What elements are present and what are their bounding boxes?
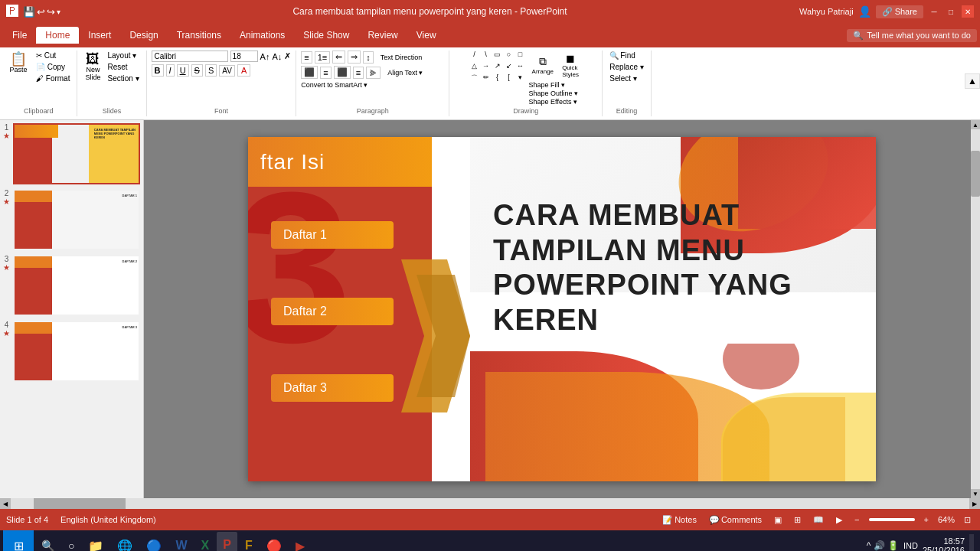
tab-animations[interactable]: Animations xyxy=(230,27,294,44)
slide-thumb-1[interactable]: 1 ★ CARA MEMBUAT TAMPILANMENU POWERPOINT… xyxy=(3,123,140,184)
scroll-down-button[interactable]: ▼ xyxy=(971,489,980,498)
close-button[interactable]: ✕ xyxy=(962,5,974,18)
tab-slideshow[interactable]: Slide Show xyxy=(294,27,358,44)
reading-view-button[interactable]: 📖 xyxy=(810,514,827,527)
shape-rect2-icon[interactable]: □ xyxy=(515,51,526,61)
fit-slide-button[interactable]: ⊡ xyxy=(961,514,974,527)
taskbar-explorer[interactable]: 📁 xyxy=(82,532,109,551)
shape-circle-icon[interactable]: ○ xyxy=(504,51,514,61)
new-slide-button[interactable]: 🖼 NewSlide xyxy=(82,51,103,83)
slide-canvas[interactable]: ftar Isi 3 Daftar 1 Daftar 2 Daftar 3 xyxy=(248,137,876,481)
find-button[interactable]: 🔍 Find xyxy=(607,51,637,60)
align-text-label[interactable]: Align Text ▾ xyxy=(387,69,423,77)
start-button[interactable]: ⊞ xyxy=(3,530,34,551)
shadow-button[interactable]: S xyxy=(205,64,217,77)
shape-effects-button[interactable]: Shape Effects ▾ xyxy=(529,98,583,106)
collapse-ribbon-button[interactable]: ▲ xyxy=(965,73,980,89)
taskbar-powerpoint[interactable]: P xyxy=(217,532,237,551)
bold-button[interactable]: B xyxy=(152,64,164,77)
decrease-indent-button[interactable]: ⇐ xyxy=(332,51,345,64)
select-button[interactable]: Select ▾ xyxy=(607,73,639,83)
minimize-button[interactable]: ─ xyxy=(928,5,940,18)
show-desktop-button[interactable] xyxy=(969,534,974,551)
shape-arrow2-icon[interactable]: ↗ xyxy=(492,62,503,73)
shape-more-icon[interactable]: ▾ xyxy=(515,73,526,84)
columns-button[interactable]: ⫸ xyxy=(366,67,381,79)
zoom-slider[interactable] xyxy=(869,518,915,521)
scroll-left-button[interactable]: ◀ xyxy=(0,498,11,509)
taskbar-filezilla[interactable]: F xyxy=(239,532,259,551)
daftar-btn-2[interactable]: Daftar 2 xyxy=(271,298,394,325)
replace-button[interactable]: Replace ▾ xyxy=(607,62,645,72)
tab-design[interactable]: Design xyxy=(120,27,167,44)
scroll-right-button[interactable]: ▶ xyxy=(969,498,980,509)
shape-outline-button[interactable]: Shape Outline ▾ xyxy=(529,90,583,97)
shape-freeform-icon[interactable]: ✏ xyxy=(481,73,492,84)
increase-font-button[interactable]: A↑ xyxy=(260,52,270,61)
taskbar-chrome[interactable]: 🌐 xyxy=(111,532,139,551)
layout-button[interactable]: Layout ▾ xyxy=(105,51,141,60)
underline-button[interactable]: U xyxy=(177,64,189,77)
shape-rect-icon[interactable]: ▭ xyxy=(492,51,503,61)
tab-view[interactable]: View xyxy=(407,27,446,44)
taskbar-app3[interactable]: ▶ xyxy=(289,532,311,551)
zoom-in-button[interactable]: + xyxy=(921,514,932,526)
taskbar-search[interactable]: 🔍 xyxy=(35,532,60,551)
shape-arrow-icon[interactable]: → xyxy=(481,62,492,73)
zoom-out-button[interactable]: − xyxy=(851,514,862,526)
line-spacing-button[interactable]: ↕ xyxy=(363,51,374,64)
horizontal-scrollbar[interactable]: ◀ ▶ xyxy=(0,498,980,509)
shape-arrow3-icon[interactable]: ↙ xyxy=(504,62,514,73)
strikethrough-button[interactable]: S xyxy=(191,64,203,77)
undo-icon[interactable]: ↩ xyxy=(37,6,45,18)
shape-line-icon[interactable]: / xyxy=(469,51,480,61)
redo-icon[interactable]: ↪ xyxy=(47,6,55,18)
clock[interactable]: 18:57 25/10/2016 xyxy=(923,536,965,551)
save-icon[interactable]: 💾 xyxy=(23,6,35,18)
align-center-button[interactable]: ≡ xyxy=(320,67,331,79)
font-color-button[interactable]: A xyxy=(237,64,250,77)
taskbar-cortana[interactable]: ○ xyxy=(62,532,80,551)
share-button[interactable]: 🔗 Share xyxy=(876,5,923,18)
shape-brace-icon[interactable]: { xyxy=(492,73,503,84)
slide-sorter-button[interactable]: ⊞ xyxy=(791,514,804,527)
h-scroll-thumb[interactable] xyxy=(34,498,126,509)
normal-view-button[interactable]: ▣ xyxy=(771,514,785,527)
char-spacing-button[interactable]: AV xyxy=(219,65,235,77)
increase-indent-button[interactable]: ⇒ xyxy=(348,51,361,64)
tab-home[interactable]: Home xyxy=(36,27,79,44)
slide-image-4[interactable]: DAFTAR 3 xyxy=(13,321,140,382)
justify-button[interactable]: ≡ xyxy=(353,67,364,79)
tab-review[interactable]: Review xyxy=(358,27,407,44)
numbering-button[interactable]: 1≡ xyxy=(315,51,331,64)
shape-bracket-icon[interactable]: [ xyxy=(504,73,514,84)
slide-image-3[interactable]: DAFTAR 2 xyxy=(13,255,140,316)
align-right-button[interactable]: ⬛ xyxy=(334,66,351,79)
taskbar-ie[interactable]: 🔵 xyxy=(140,532,168,551)
daftar-btn-1[interactable]: Daftar 1 xyxy=(271,221,394,249)
search-box[interactable]: 🔍 Tell me what you want to do xyxy=(847,29,977,42)
shape-line2-icon[interactable]: \ xyxy=(481,51,492,61)
tab-file[interactable]: File xyxy=(3,27,36,44)
quick-styles-button[interactable]: ◼ QuickStyles xyxy=(558,51,583,80)
tab-insert[interactable]: Insert xyxy=(79,27,120,44)
shape-fill-button[interactable]: Shape Fill ▾ xyxy=(529,81,583,89)
tab-transitions[interactable]: Transitions xyxy=(168,27,230,44)
align-left-button[interactable]: ⬛ xyxy=(301,66,318,79)
slide-thumb-3[interactable]: 3 ★ DAFTAR 2 xyxy=(3,255,140,316)
scroll-thumb[interactable] xyxy=(971,151,980,197)
font-size-input[interactable] xyxy=(230,51,258,62)
shape-tri-icon[interactable]: △ xyxy=(469,62,480,73)
slide-thumb-2[interactable]: 2 ★ DAFTAR 1 xyxy=(3,189,140,250)
notes-button[interactable]: 📝 Notes xyxy=(659,514,700,527)
clear-format-button[interactable]: ✗ xyxy=(284,51,291,61)
slide-thumb-4[interactable]: 4 ★ DAFTAR 3 xyxy=(3,321,140,382)
taskbar-word[interactable]: W xyxy=(169,532,193,551)
slideshow-button[interactable]: ▶ xyxy=(833,514,845,527)
scroll-up-button[interactable]: ▲ xyxy=(971,120,980,129)
shape-curve-icon[interactable]: ⌒ xyxy=(469,73,480,84)
shape-double-arrow-icon[interactable]: ↔ xyxy=(515,62,526,73)
decrease-font-button[interactable]: A↓ xyxy=(272,52,282,61)
vertical-scrollbar[interactable]: ▲ ▼ xyxy=(971,120,980,498)
restore-button[interactable]: □ xyxy=(945,5,957,18)
